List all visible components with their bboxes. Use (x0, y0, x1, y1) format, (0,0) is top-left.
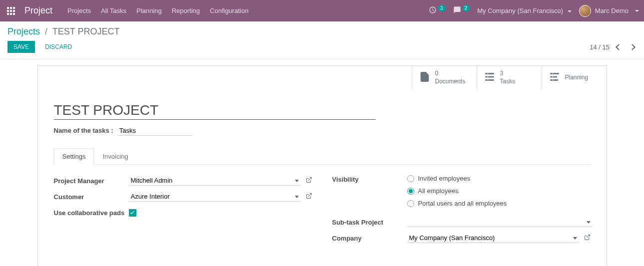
breadcrumb: Projects / TEST PROJECT (7, 26, 637, 37)
visibility-portal[interactable]: Portal users and all employees (407, 200, 507, 207)
pads-checkbox[interactable] (129, 209, 136, 217)
messages-badge: 2 (462, 5, 470, 11)
breadcrumb-parent[interactable]: Projects (7, 26, 40, 36)
chevron-down-icon (568, 10, 572, 12)
pager-next[interactable] (628, 41, 637, 53)
form-sheet: 0 Documents 3 Tasks Planning (37, 65, 607, 266)
visibility-label: Visibility (332, 175, 407, 183)
form-container: 0 Documents 3 Tasks Planning (0, 59, 644, 266)
svg-rect-12 (550, 80, 552, 81)
chevron-left-icon (616, 44, 622, 50)
svg-rect-11 (553, 76, 557, 77)
chevron-right-icon (629, 44, 636, 50)
svg-rect-8 (550, 73, 552, 74)
svg-rect-10 (550, 76, 552, 77)
pager: 14 / 15 (590, 41, 637, 53)
messages-button[interactable]: 2 (453, 6, 470, 15)
stat-planning[interactable]: Planning (542, 66, 607, 89)
stat-docs-count: 0 (435, 70, 466, 78)
dropdown-caret-icon[interactable] (295, 180, 299, 182)
settings-left-column: Project Manager Customer (54, 175, 312, 248)
activities-badge: 3 (438, 5, 446, 11)
company-selector[interactable]: My Company (San Francisco) (477, 7, 572, 14)
nav-right: 3 2 My Company (San Francisco) Marc Demo (429, 5, 639, 17)
nav-planning[interactable]: Planning (136, 7, 162, 14)
tab-content: Project Manager Customer (54, 165, 591, 258)
visibility-portal-label: Portal users and all employees (418, 200, 507, 207)
visibility-all-label: All employees (418, 187, 459, 195)
customer-label: Customer (54, 193, 129, 201)
svg-line-14 (308, 178, 311, 181)
radio-checked-icon (407, 188, 414, 195)
stat-planning-label: Planning (565, 74, 589, 82)
nav-all-tasks[interactable]: All Tasks (101, 7, 126, 14)
company-input[interactable] (407, 233, 579, 243)
visibility-all[interactable]: All employees (407, 187, 507, 195)
nav-links: Projects All Tasks Planning Reporting Co… (67, 7, 248, 14)
user-menu[interactable]: Marc Demo (579, 5, 639, 17)
radio-icon (407, 200, 414, 207)
svg-rect-2 (485, 73, 487, 74)
stat-tasks-label: Tasks (500, 78, 516, 86)
pager-prev[interactable] (615, 41, 623, 53)
external-link-icon[interactable] (584, 234, 591, 242)
stat-buttons: 0 Documents 3 Tasks Planning (38, 66, 607, 89)
nav-projects[interactable]: Projects (67, 7, 91, 14)
app-name[interactable]: Project (24, 5, 52, 16)
settings-right-column: Visibility Invited employees All employe… (332, 175, 591, 248)
breadcrumb-current: TEST PROJECT (52, 26, 120, 36)
dropdown-caret-icon[interactable] (573, 237, 577, 240)
tab-settings[interactable]: Settings (54, 148, 94, 165)
nav-reporting[interactable]: Reporting (172, 7, 200, 14)
apps-icon[interactable] (5, 5, 17, 17)
stat-tasks-count: 3 (500, 70, 516, 78)
task-name-input[interactable] (117, 126, 192, 136)
planning-icon (549, 71, 560, 84)
user-name: Marc Demo (595, 7, 629, 14)
sheet-body: Name of the tasks : Settings Invoicing P… (38, 89, 607, 266)
pm-label: Project Manager (54, 177, 129, 185)
svg-rect-9 (553, 73, 559, 74)
visibility-invited-label: Invited employees (418, 175, 471, 182)
external-link-icon[interactable] (306, 177, 312, 185)
controlbar: SAVE DISCARD 14 / 15 (0, 41, 644, 59)
dropdown-caret-icon[interactable] (295, 196, 299, 198)
stat-tasks[interactable]: 3 Tasks (477, 66, 542, 89)
subheader: Projects / TEST PROJECT (0, 21, 644, 37)
customer-input[interactable] (129, 192, 301, 202)
svg-rect-3 (488, 73, 494, 74)
pager-text[interactable]: 14 / 15 (590, 43, 610, 51)
activities-button[interactable]: 3 (429, 6, 446, 15)
breadcrumb-sep: / (45, 26, 47, 36)
save-button[interactable]: SAVE (7, 41, 35, 53)
svg-line-16 (587, 235, 590, 238)
chat-icon (453, 6, 461, 15)
subtask-input[interactable] (407, 217, 593, 227)
svg-rect-7 (488, 80, 494, 81)
svg-rect-13 (553, 80, 558, 81)
svg-rect-6 (485, 80, 487, 81)
tasks-icon (484, 71, 495, 84)
tab-invoicing[interactable]: Invoicing (94, 148, 136, 165)
external-link-icon[interactable] (306, 193, 312, 201)
task-name-label: Name of the tasks : (54, 127, 113, 134)
company-name: My Company (San Francisco) (477, 7, 563, 14)
svg-line-15 (308, 194, 311, 197)
stat-documents[interactable]: 0 Documents (412, 66, 477, 89)
tabs: Settings Invoicing (54, 148, 591, 165)
svg-rect-5 (488, 76, 494, 77)
visibility-radio-group: Invited employees All employees Portal u… (407, 175, 507, 207)
nav-configuration[interactable]: Configuration (210, 7, 248, 14)
project-title-input[interactable] (54, 101, 376, 120)
pads-label: Use collaborative pads (54, 209, 129, 217)
svg-rect-4 (485, 76, 487, 77)
discard-button[interactable]: DISCARD (39, 41, 78, 53)
company-label: Company (332, 235, 407, 242)
visibility-invited[interactable]: Invited employees (407, 175, 507, 182)
pm-input[interactable] (129, 176, 301, 186)
subtask-label: Sub-task Project (332, 219, 407, 226)
document-icon (419, 71, 430, 84)
dropdown-caret-icon[interactable] (587, 221, 591, 224)
navbar: Project Projects All Tasks Planning Repo… (0, 0, 644, 21)
radio-icon (407, 175, 414, 182)
